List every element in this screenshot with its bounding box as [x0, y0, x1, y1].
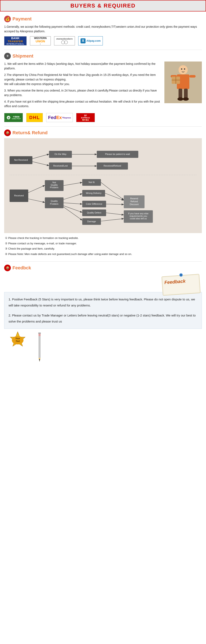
if-any-label-1: If you have any else [128, 212, 149, 215]
svg-point-38 [180, 274, 182, 276]
received-label: Received [14, 194, 24, 197]
payment-text: 1.Generally, we accept the following pay… [4, 24, 202, 34]
return-heading: Return& Refund [12, 130, 48, 136]
shipment-wrapper: 1. We will sent the items within 2-5days… [4, 62, 202, 110]
if-any-label-2: requirements you [129, 215, 147, 217]
fedex-logo: FedEx ® Express [46, 113, 73, 122]
feedback-text-2: 2. Please contact us by Trade Manager or… [8, 312, 198, 324]
feedback-card-wrapper: Feedback [160, 273, 202, 298]
flowchart-svg: Not Received On the Way Please be patien… [7, 142, 199, 229]
payment-logos: BANK TRANSFER INTERNATIONAL WESTERN UNIO… [4, 36, 202, 46]
shipment-point-4: 4. If you have not got it within the shi… [4, 99, 162, 108]
shipment-heading: Shipment [12, 53, 33, 59]
resend-label-2: Refund [130, 200, 138, 203]
return-title-row: 📦 Return& Refund [4, 130, 202, 136]
svg-point-13 [184, 68, 185, 70]
svg-rect-47 [38, 332, 41, 334]
note-4: ④ Please Note: Men made defects are not … [5, 252, 201, 256]
svg-point-11 [183, 97, 189, 101]
not-fit-label: Not fit [89, 181, 95, 184]
not-quality-label-3: Problem [50, 186, 58, 189]
return-icon: 📦 [4, 130, 11, 136]
shipment-point-2: 2.The shipment by China Post Registered … [4, 72, 162, 86]
feedback-card-area: Feedback [4, 273, 202, 298]
bottom-badge-area: Your Text [4, 331, 202, 364]
sf-express-logo: SF EXPRESS 顺丰速运 [76, 113, 95, 122]
svg-point-1 [179, 65, 188, 74]
chinapost-logo: 邮 中国邮政 CHINA POST [4, 113, 23, 122]
bank-transfer-logo: BANK TRANSFER INTERNATIONAL [4, 36, 27, 46]
western-union-logo: WESTERN UNION ● [30, 36, 51, 46]
svg-rect-43 [38, 333, 41, 358]
received-lost-label: Received/Lost [53, 164, 68, 167]
not-received-label: Not Received [14, 159, 28, 161]
wrong-delivery-label: Wrong Delivery [86, 192, 102, 194]
payment-section: 💰 Payment 1.Generally, we accept the fol… [0, 14, 206, 49]
pencil-svg [35, 331, 44, 362]
flowchart-area: Not Received On the Way Please be patien… [4, 138, 202, 233]
shipment-point-1: 1. We will sent the items within 2-5days… [4, 62, 162, 71]
quality-problem-label-2: Problem [50, 203, 58, 205]
not-quality-label-2: Quality [51, 184, 58, 186]
resend-label-1: Resend [130, 197, 138, 200]
payment-icon: 💰 [4, 16, 11, 22]
if-any-label-3: could also tell us [130, 217, 147, 220]
quality-defect-label: Quality Defect [87, 212, 101, 214]
divider-3 [4, 262, 202, 262]
feedback-title-row: 📦 Feedbck [4, 264, 202, 271]
please-wait-label: Please be patient to wait [105, 153, 130, 156]
not-quality-label-1: Not [52, 181, 56, 184]
feedback-icon: 📦 [4, 264, 11, 271]
note-3: ③ Check the package and Item, carefully. [5, 247, 201, 251]
note-2: ② Please contact us by meesage, e-mail, … [5, 242, 201, 246]
alipay-logo: 支 Alipay.com [78, 36, 103, 46]
divider-2 [4, 126, 202, 126]
shipment-point-3: 3. When you receive the items you ordere… [4, 88, 162, 98]
svg-marker-46 [39, 359, 40, 362]
svg-text:邮: 邮 [7, 117, 9, 119]
divider-1 [4, 50, 202, 50]
return-refund-section: 📦 Return& Refund Not Received On the Way [0, 128, 206, 260]
shipment-title-row: ✈ Shipment [4, 53, 202, 60]
received-refund-label: Received/Refund [104, 164, 121, 167]
page-header: BUYERS & REQUIRED [0, 0, 206, 12]
shipment-text: 1. We will sent the items within 2-5days… [4, 62, 162, 110]
feedback-heading: Feedbck [12, 265, 31, 270]
pencil-area [35, 331, 44, 362]
courier-logos: 邮 中国邮政 CHINA POST DHL FedEx ® Express SF… [4, 113, 202, 122]
svg-point-10 [178, 97, 183, 101]
svg-text:Your: Your [15, 337, 20, 340]
shipment-person-image [164, 62, 202, 103]
shipment-section: ✈ Shipment 1. We will sent the items wit… [0, 51, 206, 126]
moneybookers-logo: moneybookers [54, 36, 75, 46]
page-title: BUYERS & REQUIRED [0, 2, 206, 9]
badge-wrapper: Your Text [4, 331, 31, 350]
svg-point-12 [181, 68, 182, 70]
svg-text:Text: Text [16, 340, 20, 342]
svg-rect-4 [189, 75, 196, 78]
color-diff-label: Color Difference [86, 203, 102, 205]
note-1: ① Please check the tracking in formation… [5, 236, 201, 240]
shipment-icon: ✈ [4, 53, 11, 60]
on-the-way-label: On the Way [55, 153, 67, 156]
notes-list: ① Please check the tracking in formation… [4, 236, 202, 256]
badge-svg: Your Text [4, 331, 31, 350]
quality-problem-label-1: Quality [51, 200, 58, 202]
resend-label-3: Discount [130, 203, 139, 206]
feedback-section: 📦 Feedbck Feedback 1. Positive Feedback … [0, 262, 206, 368]
payment-heading: Payment [12, 16, 32, 22]
payment-title-row: 💰 Payment [4, 16, 202, 22]
damage-label: Damage [87, 220, 96, 223]
dhl-logo: DHL [26, 113, 43, 122]
